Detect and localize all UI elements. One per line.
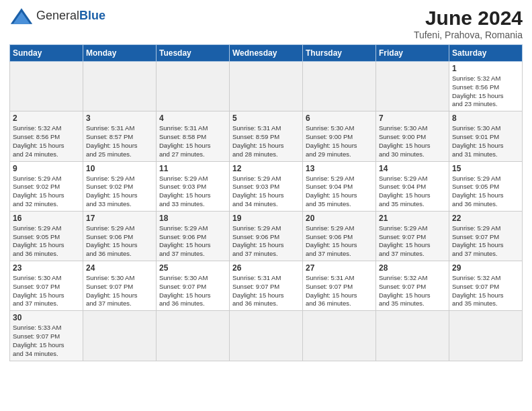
calendar-cell — [10, 62, 83, 111]
calendar-table: Sunday Monday Tuesday Wednesday Thursday… — [9, 44, 523, 361]
day-number: 27 — [306, 263, 373, 273]
calendar-cell — [83, 62, 157, 111]
day-number: 28 — [379, 263, 446, 273]
day-number: 15 — [452, 164, 519, 173]
day-number: 11 — [159, 164, 226, 173]
day-number: 24 — [86, 263, 153, 273]
calendar-cell: 29Sunrise: 5:32 AM Sunset: 9:07 PM Dayli… — [449, 261, 523, 311]
day-number: 17 — [86, 214, 153, 223]
day-info: Sunrise: 5:30 AM Sunset: 9:07 PM Dayligh… — [13, 274, 80, 308]
calendar-week-row: 16Sunrise: 5:29 AM Sunset: 9:05 PM Dayli… — [10, 211, 523, 261]
day-number: 16 — [13, 214, 80, 223]
day-info: Sunrise: 5:29 AM Sunset: 9:02 PM Dayligh… — [86, 175, 153, 209]
day-number: 20 — [306, 214, 373, 223]
calendar-cell: 16Sunrise: 5:29 AM Sunset: 9:05 PM Dayli… — [10, 211, 83, 261]
header-tuesday: Tuesday — [157, 45, 230, 62]
calendar-cell: 8Sunrise: 5:30 AM Sunset: 9:01 PM Daylig… — [449, 111, 523, 161]
calendar-week-row: 9Sunrise: 5:29 AM Sunset: 9:02 PM Daylig… — [10, 161, 523, 211]
calendar-cell — [449, 311, 523, 361]
day-info: Sunrise: 5:31 AM Sunset: 8:59 PM Dayligh… — [232, 124, 300, 158]
calendar-cell — [303, 311, 376, 361]
calendar-cell: 13Sunrise: 5:29 AM Sunset: 9:04 PM Dayli… — [303, 161, 376, 211]
day-info: Sunrise: 5:29 AM Sunset: 9:07 PM Dayligh… — [452, 224, 519, 259]
header-wednesday: Wednesday — [230, 45, 303, 62]
day-info: Sunrise: 5:30 AM Sunset: 9:07 PM Dayligh… — [86, 274, 153, 308]
calendar-cell — [157, 62, 230, 111]
logo-blue-text: Blue — [79, 9, 105, 22]
calendar-cell: 22Sunrise: 5:29 AM Sunset: 9:07 PM Dayli… — [449, 211, 523, 261]
day-number: 29 — [452, 263, 519, 273]
day-info: Sunrise: 5:29 AM Sunset: 9:03 PM Dayligh… — [232, 175, 300, 209]
day-number: 18 — [159, 214, 226, 223]
day-info: Sunrise: 5:29 AM Sunset: 9:06 PM Dayligh… — [86, 224, 153, 259]
day-info: Sunrise: 5:31 AM Sunset: 9:07 PM Dayligh… — [306, 274, 373, 308]
day-info: Sunrise: 5:29 AM Sunset: 9:04 PM Dayligh… — [306, 175, 373, 209]
calendar-cell — [83, 311, 157, 361]
day-number: 6 — [306, 113, 373, 123]
day-number: 26 — [232, 263, 300, 273]
calendar-cell — [230, 311, 303, 361]
calendar-cell: 10Sunrise: 5:29 AM Sunset: 9:02 PM Dayli… — [83, 161, 157, 211]
day-info: Sunrise: 5:32 AM Sunset: 9:07 PM Dayligh… — [452, 274, 519, 308]
header-sunday: Sunday — [10, 45, 83, 62]
page: GeneralBlue June 2024 Tufeni, Prahova, R… — [0, 0, 532, 368]
calendar-cell: 24Sunrise: 5:30 AM Sunset: 9:07 PM Dayli… — [83, 261, 157, 311]
day-info: Sunrise: 5:29 AM Sunset: 9:05 PM Dayligh… — [13, 224, 80, 259]
calendar-title: June 2024 — [414, 7, 523, 30]
calendar-cell: 23Sunrise: 5:30 AM Sunset: 9:07 PM Dayli… — [10, 261, 83, 311]
calendar-cell: 27Sunrise: 5:31 AM Sunset: 9:07 PM Dayli… — [303, 261, 376, 311]
day-info: Sunrise: 5:32 AM Sunset: 8:56 PM Dayligh… — [452, 75, 519, 109]
calendar-cell: 7Sunrise: 5:30 AM Sunset: 9:00 PM Daylig… — [376, 111, 449, 161]
calendar-cell: 18Sunrise: 5:29 AM Sunset: 9:06 PM Dayli… — [157, 211, 230, 261]
day-info: Sunrise: 5:31 AM Sunset: 9:07 PM Dayligh… — [232, 274, 300, 308]
day-info: Sunrise: 5:30 AM Sunset: 9:00 PM Dayligh… — [306, 124, 373, 158]
calendar-cell: 17Sunrise: 5:29 AM Sunset: 9:06 PM Dayli… — [83, 211, 157, 261]
day-number: 4 — [159, 113, 226, 123]
calendar-cell: 14Sunrise: 5:29 AM Sunset: 9:04 PM Dayli… — [376, 161, 449, 211]
header-monday: Monday — [83, 45, 157, 62]
day-info: Sunrise: 5:29 AM Sunset: 9:04 PM Dayligh… — [379, 175, 446, 209]
day-info: Sunrise: 5:29 AM Sunset: 9:07 PM Dayligh… — [379, 224, 446, 259]
day-number: 7 — [379, 113, 446, 123]
day-number: 25 — [159, 263, 226, 273]
header-thursday: Thursday — [303, 45, 376, 62]
calendar-cell: 5Sunrise: 5:31 AM Sunset: 8:59 PM Daylig… — [230, 111, 303, 161]
day-number: 3 — [86, 113, 153, 123]
day-number: 10 — [86, 164, 153, 173]
calendar-cell: 25Sunrise: 5:30 AM Sunset: 9:07 PM Dayli… — [157, 261, 230, 311]
calendar-cell — [303, 62, 376, 111]
day-info: Sunrise: 5:33 AM Sunset: 9:07 PM Dayligh… — [13, 324, 80, 358]
calendar-week-row: 2Sunrise: 5:32 AM Sunset: 8:56 PM Daylig… — [10, 111, 523, 161]
header-saturday: Saturday — [449, 45, 523, 62]
day-number: 12 — [232, 164, 300, 173]
day-info: Sunrise: 5:29 AM Sunset: 9:03 PM Dayligh… — [159, 175, 226, 209]
calendar-cell: 20Sunrise: 5:29 AM Sunset: 9:06 PM Dayli… — [303, 211, 376, 261]
calendar-cell: 6Sunrise: 5:30 AM Sunset: 9:00 PM Daylig… — [303, 111, 376, 161]
calendar-cell: 1Sunrise: 5:32 AM Sunset: 8:56 PM Daylig… — [449, 62, 523, 111]
calendar-cell: 21Sunrise: 5:29 AM Sunset: 9:07 PM Dayli… — [376, 211, 449, 261]
calendar-cell: 28Sunrise: 5:32 AM Sunset: 9:07 PM Dayli… — [376, 261, 449, 311]
day-number: 23 — [13, 263, 80, 273]
calendar-cell: 19Sunrise: 5:29 AM Sunset: 9:06 PM Dayli… — [230, 211, 303, 261]
calendar-cell: 12Sunrise: 5:29 AM Sunset: 9:03 PM Dayli… — [230, 161, 303, 211]
calendar-subtitle: Tufeni, Prahova, Romania — [414, 30, 523, 40]
day-number: 22 — [452, 214, 519, 223]
day-info: Sunrise: 5:29 AM Sunset: 9:05 PM Dayligh… — [452, 175, 519, 209]
calendar-week-row: 23Sunrise: 5:30 AM Sunset: 9:07 PM Dayli… — [10, 261, 523, 311]
logo-text: GeneralBlue — [36, 9, 105, 23]
day-number: 19 — [232, 214, 300, 223]
calendar-cell — [157, 311, 230, 361]
day-number: 13 — [306, 164, 373, 173]
day-number: 5 — [232, 113, 300, 123]
calendar-cell — [376, 311, 449, 361]
day-info: Sunrise: 5:30 AM Sunset: 9:00 PM Dayligh… — [379, 124, 446, 158]
day-number: 21 — [379, 214, 446, 223]
weekday-header-row: Sunday Monday Tuesday Wednesday Thursday… — [10, 45, 523, 62]
calendar-cell: 26Sunrise: 5:31 AM Sunset: 9:07 PM Dayli… — [230, 261, 303, 311]
calendar-cell — [230, 62, 303, 111]
header: GeneralBlue June 2024 Tufeni, Prahova, R… — [9, 7, 523, 40]
day-info: Sunrise: 5:29 AM Sunset: 9:06 PM Dayligh… — [306, 224, 373, 259]
day-info: Sunrise: 5:30 AM Sunset: 9:07 PM Dayligh… — [159, 274, 226, 308]
calendar-cell: 15Sunrise: 5:29 AM Sunset: 9:05 PM Dayli… — [449, 161, 523, 211]
day-info: Sunrise: 5:31 AM Sunset: 8:57 PM Dayligh… — [86, 124, 153, 158]
